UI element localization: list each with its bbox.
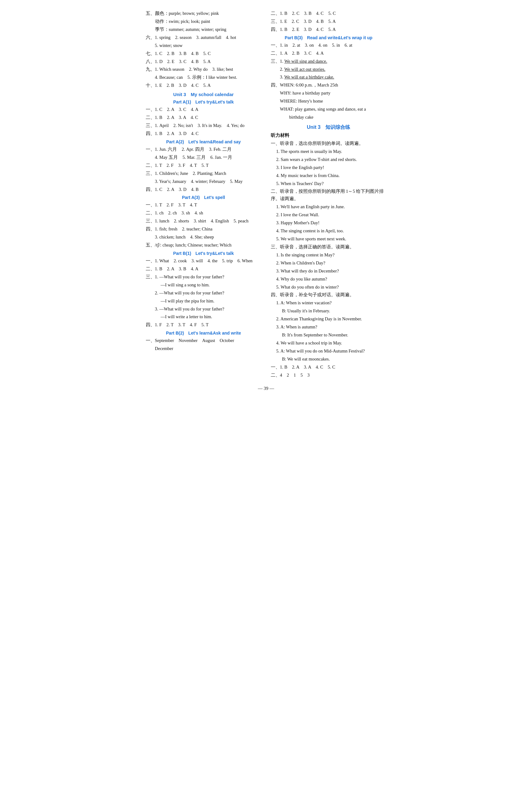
answer-line: 五、/tʃ/: cheap; lunch; Chinese; teacher; …	[146, 242, 262, 249]
answer-underline: We will eat a birthday cake.	[284, 74, 334, 79]
answer-line: 二、1. B 2. A 3. B 4. A	[146, 265, 262, 273]
answer-line: December	[146, 345, 262, 353]
partB2-cont: 二、1. B 2. C 3. B 4. C 5. C 三、1. E 2. C 3…	[271, 10, 387, 33]
tingli-heading: 听力材料	[271, 132, 387, 139]
answer-line: 3. chicken; lunch 4. She; sheep	[146, 233, 262, 241]
answer-line: 动作：swim; pick; look; paint	[146, 18, 262, 25]
unit3-zonghe-title: Unit 3 知识综合练	[271, 124, 387, 131]
answer-line: 三、1. Children's; June 2. Planting; March	[146, 170, 262, 177]
answer-line: 3. Year's; January 4. winter; February 5…	[146, 178, 262, 185]
ting4-items: 1. A: When is winter vacation? B: Usuall…	[271, 299, 387, 363]
answer-line: 3. We will eat a birthday cake.	[271, 74, 387, 81]
partB2-heading: Part B(2) Let's learn&Ask and write	[146, 331, 262, 336]
partB2-content: 一、September November August October Dece…	[146, 337, 262, 353]
partB3-content: 一、1. in 2. at 3. on 4. on 5. in 6. at 二、…	[271, 42, 387, 121]
list-item: 4. Why do you like autumn?	[276, 276, 387, 283]
list-item: B: It's from September to November.	[276, 331, 387, 339]
list-item: 1. We'll have an English party in June.	[276, 203, 387, 211]
partB1-content: 一、1. What 2. cook 3. will 4. the 5. trip…	[146, 257, 262, 329]
answer-line: 十、1. E 2. B 3. D 4. C 5. A	[146, 82, 262, 89]
answer-line: WHY: have a birthday party	[271, 90, 387, 97]
answer-line: 三、1. We will sing and dance.	[271, 58, 387, 65]
partA1-heading: Part A(1) Let's try&Let's talk	[146, 100, 262, 105]
ting3-label: 三、听录音，选择正确的答语。读两遍。	[271, 244, 387, 251]
partA2-content: 一、1. Jun. 六月 2. Apr. 四月 3. Feb. 二月 4. Ma…	[146, 146, 262, 194]
answer-line: 三、1. lunch 2. shorts 3. shirt 4. English…	[146, 218, 262, 225]
answer-line: 4. Because; can 5. 示例：I like winter best…	[146, 74, 262, 81]
partA2-heading: Part A(2) Let's learn&Read and say	[146, 139, 262, 145]
answer-underline: We will act out stories.	[284, 67, 325, 72]
answer-line: 六、1. spring 2. season 3. autumn/fall 4. …	[146, 34, 262, 42]
list-item: 1. A: When is winter vacation?	[276, 299, 387, 307]
list-item: 1. Is the singing contest in May?	[276, 251, 387, 259]
answer-line: 四、1. B 2. A 3. D 4. C	[146, 130, 262, 137]
answer-line: 5. winter; snow	[146, 42, 262, 49]
list-item: 4. We will have a school trip in May.	[276, 339, 387, 347]
answer-line: 一、1. Jun. 六月 2. Apr. 四月 3. Feb. 二月	[146, 146, 262, 153]
answer-line: 四、1. F 2. T 3. T 4. F 5. T	[146, 321, 262, 329]
answer-line: 七、1. C 2. B 3. B 4. B 5. C	[146, 50, 262, 57]
answer-line: 二、1. T 2. F 3. F 4. T 5. T	[146, 162, 262, 169]
list-item: 2. When is Children's Day?	[276, 259, 387, 267]
answer-line: birthday cake	[271, 114, 387, 121]
partB1-heading: Part B(1) Let's try&Let's talk	[146, 251, 262, 256]
answer-line: 四、1. B 2. E 3. D 4. C 5. A	[271, 26, 387, 33]
list-item: 5. We will have sports meet next week.	[276, 235, 387, 243]
list-item: 2. American Thanksgiving Day is in Novem…	[276, 315, 387, 323]
partB3-heading: Part B(3) Read and write&Let's wrap it u…	[271, 35, 387, 41]
list-item: 2. I love the Great Wall.	[276, 211, 387, 219]
list-item: 1. The sports meet is usually in May.	[276, 148, 387, 155]
answer-line: —I will play the pipa for him.	[146, 298, 262, 305]
list-item: 4. The singing contest is in April, too.	[276, 227, 387, 235]
list-item: 4. My music teacher is from China.	[276, 172, 387, 179]
answer-line: 一、September November August October	[146, 337, 262, 345]
answer-line: 二、1. B 2. C 3. B 4. C 5. C	[271, 10, 387, 17]
answer-line: 三、1. E 2. C 3. D 4. B 5. A	[271, 18, 387, 25]
ting2-items: 1. We'll have an English party in June. …	[271, 203, 387, 243]
answer-line: 4. May 五月 5. Mar. 三月 6. Jan. 一月	[146, 154, 262, 161]
partA3-content: 一、1. T 2. F 3. T 4. T 二、1. ch 2. ch 3. s…	[146, 201, 262, 249]
answer-line: —I will sing a song to him.	[146, 281, 262, 289]
answer-underline: We will sing and dance.	[284, 59, 327, 64]
unit3-title: Unit 3 My school calendar	[146, 92, 262, 98]
list-item: 5. What do you often do in winter?	[276, 284, 387, 291]
list-item: 5. A: What will you do on Mid-Autumn Fes…	[276, 348, 387, 355]
list-item: B: We will eat mooncakes.	[276, 356, 387, 363]
answer-line: 一、1. T 2. F 3. T 4. T	[146, 201, 262, 209]
answer-line: 九、1. Which season 2. Why do 3. like; bes…	[146, 66, 262, 73]
ting3-items: 1. Is the singing contest in May? 2. Whe…	[271, 251, 387, 291]
answer-line: WHERE: Henry's home	[271, 98, 387, 105]
answer-line: 二、1. B 2. A 3. A 4. C	[146, 114, 262, 121]
answer-line: 2. We will act out stories.	[271, 66, 387, 73]
answer-line: 四、1. fish; fresh 2. teacher; China	[146, 226, 262, 233]
list-item: 3. I love the English party!	[276, 164, 387, 172]
left-column: 五、颜色：purple; brown; yellow; pink 动作：swim…	[146, 9, 262, 380]
list-item: 3. Happy Mother's Day!	[276, 219, 387, 227]
answer-line: 三、1. April 2. No; isn't 3. It's in May. …	[146, 122, 262, 129]
right-column: 二、1. B 2. C 3. B 4. C 5. C 三、1. E 2. C 3…	[271, 9, 387, 380]
final-answer2: 二、4 2 1 5 3	[271, 372, 387, 379]
list-item: 2. Sam wears a yellow T-shirt and red sh…	[276, 156, 387, 163]
answer-line: 四、1. C 2. A 3. D 4. B	[146, 186, 262, 194]
answer-line: 季节：summer; autumn; winter; spring	[146, 26, 262, 33]
answer-line: WHAT: play games, sing songs and dance, …	[271, 106, 387, 113]
ting2-label: 二、听录音，按照你所听到的顺序用 1～5 给下列图片排序。读两遍。	[271, 188, 387, 203]
answer-line: 四、WHEN: 6:00 p.m.，March 25th	[271, 81, 387, 89]
ting1-label: 一、听录音，选出你所听到的单词。读两遍。	[271, 140, 387, 147]
answer-line: 二、1. A 2. B 3. C 4. A	[271, 50, 387, 57]
answer-line: 五、颜色：purple; brown; yellow; pink	[146, 10, 262, 17]
answer-line: 一、1. What 2. cook 3. will 4. the 5. trip…	[146, 257, 262, 265]
list-item: B: Usually it's in February.	[276, 307, 387, 315]
answer-line: 三、1. —What will you do for your father?	[146, 273, 262, 281]
page-number: — 39 —	[146, 386, 387, 391]
main-content: 五、颜色：purple; brown; yellow; pink 动作：swim…	[146, 9, 387, 380]
partA1-content: 一、1. C 2. A 3. C 4. A 二、1. B 2. A 3. A 4…	[146, 106, 262, 137]
answer-line: 3. —What will you do for your father?	[146, 306, 262, 313]
list-item: 5. When is Teachers' Day?	[276, 180, 387, 187]
answer-line: 一、1. in 2. at 3. on 4. on 5. in 6. at	[271, 42, 387, 49]
answer-line: 二、1. ch 2. ch 3. sh 4. sh	[146, 209, 262, 217]
list-item: 3. A: When is autumn?	[276, 324, 387, 331]
answer-line: 八、1. D 2. E 3. C 4. B 5. A	[146, 58, 262, 66]
list-item: 3. What will they do in December?	[276, 268, 387, 275]
answer-line: 一、1. C 2. A 3. C 4. A	[146, 106, 262, 113]
